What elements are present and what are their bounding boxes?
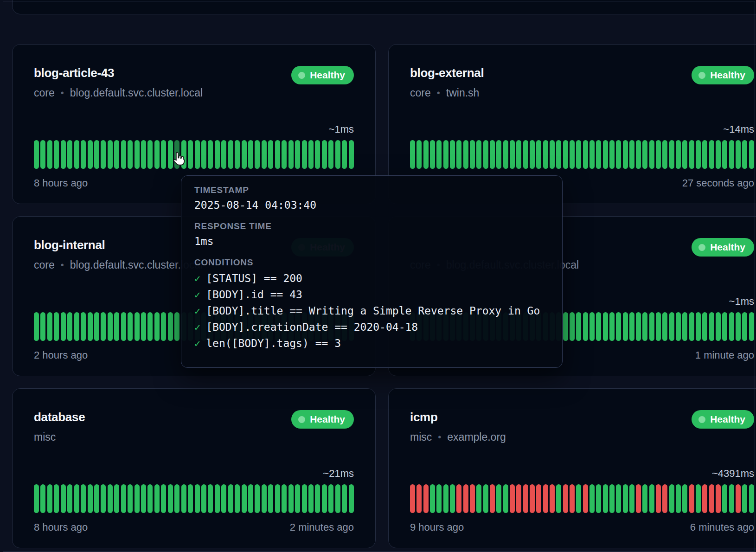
uptime-bar-up[interactable] [215,484,220,513]
uptime-bar-up[interactable] [61,312,66,341]
uptime-bar-up[interactable] [503,484,508,513]
uptime-bar-up[interactable] [490,140,495,169]
uptime-bar-up[interactable] [656,140,661,169]
uptime-bar-up[interactable] [550,140,555,169]
uptime-bar-up[interactable] [476,484,481,513]
uptime-bar-up[interactable] [636,140,641,169]
uptime-bar-up[interactable] [483,484,488,513]
uptime-bar-up[interactable] [603,484,608,513]
uptime-bar-up[interactable] [636,312,641,341]
uptime-bar-up[interactable] [749,140,754,169]
uptime-bar-up[interactable] [67,484,72,513]
uptime-bar-up[interactable] [295,484,300,513]
uptime-bar-up[interactable] [556,484,561,513]
uptime-bar-up[interactable] [147,484,153,513]
uptime-bar-down[interactable] [689,484,694,513]
uptime-bar-up[interactable] [682,312,687,341]
uptime-bar-up[interactable] [436,140,442,169]
uptime-bar-up[interactable] [662,140,667,169]
uptime-bar-up[interactable] [108,484,113,513]
uptime-bar-up[interactable] [729,140,734,169]
uptime-bar-up[interactable] [282,484,287,513]
uptime-bar-down[interactable] [516,484,521,513]
uptime-bar-down[interactable] [716,484,721,513]
uptime-bar-up[interactable] [616,484,621,513]
uptime-bar-up[interactable] [88,484,93,513]
uptime-bar-down[interactable] [530,484,535,513]
uptime-bar-up[interactable] [642,140,647,169]
uptime-bar-up[interactable] [649,312,654,341]
uptime-bar-up[interactable] [67,312,72,341]
uptime-bar-up[interactable] [34,484,39,513]
uptime-bar-down[interactable] [456,484,461,513]
uptime-bar-up[interactable] [195,484,200,513]
uptime-bar-up[interactable] [181,484,186,513]
uptime-bar-up[interactable] [40,484,45,513]
uptime-bar-up[interactable] [121,140,126,169]
uptime-bar-up[interactable] [161,312,166,341]
uptime-bar-up[interactable] [669,312,674,341]
uptime-bar-up[interactable] [570,140,575,169]
uptime-bar-up[interactable] [275,484,280,513]
uptime-bar-up[interactable] [135,312,140,341]
uptime-bar-down[interactable] [470,484,475,513]
uptime-bar-up[interactable] [709,140,714,169]
uptime-bar-up[interactable] [543,140,548,169]
uptime-bar-up[interactable] [114,312,119,341]
uptime-bar-down[interactable] [709,484,714,513]
uptime-bar-up[interactable] [649,140,654,169]
uptime-bar-up[interactable] [101,312,106,341]
uptime-bar-up[interactable] [288,140,294,169]
uptime-bar-up[interactable] [54,140,59,169]
uptime-bar-up[interactable] [642,312,647,341]
uptime-bar-up[interactable] [576,312,581,341]
uptime-bar-up[interactable] [34,140,39,169]
uptime-bar-up[interactable] [242,484,247,513]
uptime-bar-up[interactable] [322,484,327,513]
uptime-bar-up[interactable] [470,140,475,169]
uptime-bar-up[interactable] [476,140,481,169]
uptime-bar-up[interactable] [135,140,140,169]
uptime-bar-up[interactable] [496,484,501,513]
uptime-bar-up[interactable] [154,140,160,169]
uptime-bar-up[interactable] [121,312,126,341]
uptime-bar-up[interactable] [642,484,647,513]
uptime-bar-down[interactable] [702,484,707,513]
uptime-bar-up[interactable] [736,140,741,169]
uptime-bar-up[interactable] [302,140,307,169]
uptime-bar-up[interactable] [201,484,206,513]
uptime-bar-up[interactable] [208,140,213,169]
uptime-bar-up[interactable] [729,484,734,513]
uptime-bar-up[interactable] [141,140,146,169]
uptime-bar-up[interactable] [282,140,287,169]
uptime-bar-up[interactable] [603,312,608,341]
uptime-bar-up[interactable] [235,140,240,169]
uptime-bar-up[interactable] [81,312,86,341]
uptime-bar-down[interactable] [736,484,741,513]
uptime-bar-up[interactable] [669,140,674,169]
uptime-bar-up[interactable] [94,484,99,513]
uptime-bar-up[interactable] [589,312,595,341]
uptime-bar-up[interactable] [288,484,294,513]
uptime-bar-up[interactable] [662,312,667,341]
uptime-bar-up[interactable] [221,484,226,513]
uptime-bar-up[interactable] [742,484,747,513]
uptime-bar-up[interactable] [349,484,354,513]
uptime-bar-up[interactable] [583,140,588,169]
uptime-bar-up[interactable] [40,140,45,169]
uptime-bar-up[interactable] [510,140,515,169]
uptime-bar-up[interactable] [696,484,701,513]
uptime-bar-up[interactable] [596,140,601,169]
uptime-bar-down[interactable] [656,484,661,513]
uptime-bar-up[interactable] [308,140,314,169]
uptime-bar-up[interactable] [74,484,79,513]
uptime-bar-up[interactable] [689,140,694,169]
uptime-bar-up[interactable] [328,140,333,169]
uptime-bar-up[interactable] [174,312,179,341]
uptime-bar-up[interactable] [74,140,79,169]
uptime-bar-up[interactable] [563,312,568,341]
uptime-bar-up[interactable] [81,140,86,169]
uptime-bar-up[interactable] [268,484,273,513]
uptime-bar-up[interactable] [716,312,721,341]
uptime-bar-up[interactable] [656,312,661,341]
